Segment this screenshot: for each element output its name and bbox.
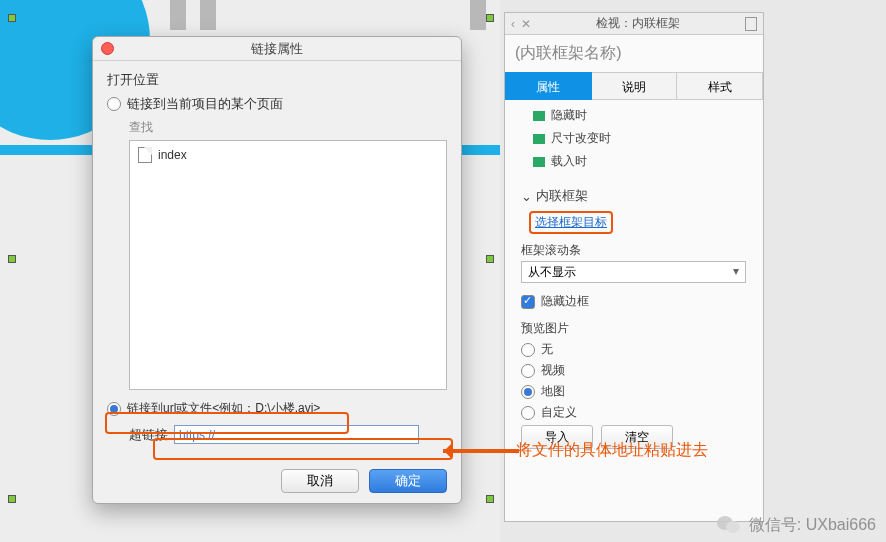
chevron-down-icon: ⌄	[521, 189, 532, 204]
radio-preview-none[interactable]: 无	[521, 341, 751, 358]
radio-label: 链接到url或文件<例如：D:\小楼.avi>	[127, 400, 320, 417]
inspector-subtitle: (内联框架名称)	[505, 35, 763, 72]
radio-label: 视频	[541, 362, 565, 379]
radio-link-current-project[interactable]: 链接到当前项目的某个页面	[107, 95, 447, 113]
event-icon	[533, 134, 545, 144]
hyperlink-input[interactable]	[174, 425, 419, 444]
radio-icon	[107, 402, 121, 416]
selection-handle[interactable]	[8, 255, 16, 263]
radio-label: 地图	[541, 383, 565, 400]
dialog-title: 链接属性	[251, 41, 303, 56]
event-load[interactable]: 载入时	[517, 150, 751, 173]
radio-icon	[521, 385, 535, 399]
dialog-titlebar[interactable]: 链接属性	[93, 37, 461, 61]
tab-stub	[200, 0, 216, 30]
inspector-header: ‹ ✕ 检视：内联框架	[505, 13, 763, 35]
tab-style[interactable]: 样式	[677, 72, 763, 100]
list-item[interactable]: index	[134, 145, 442, 165]
hide-border-checkbox[interactable]: 隐藏边框	[521, 293, 747, 310]
checkbox-icon	[521, 295, 535, 309]
watermark: 微信号: UXbai666	[717, 514, 876, 536]
hyperlink-label: 超链接	[129, 426, 168, 444]
selection-handle[interactable]	[8, 495, 16, 503]
open-location-label: 打开位置	[107, 71, 447, 89]
selection-handle[interactable]	[486, 495, 494, 503]
event-hidden[interactable]: 隐藏时	[517, 104, 751, 127]
radio-link-url-file[interactable]: 链接到url或文件<例如：D:\小楼.avi>	[107, 400, 447, 417]
event-label: 隐藏时	[551, 107, 587, 124]
ok-button[interactable]: 确定	[369, 469, 447, 493]
document-icon[interactable]	[745, 17, 757, 31]
radio-icon	[521, 343, 535, 357]
dialog-body: 打开位置 链接到当前项目的某个页面 查找 index 链接到url或文件<例如：…	[93, 61, 461, 452]
inspector-title: 检视：内联框架	[596, 15, 680, 32]
event-label: 尺寸改变时	[551, 130, 611, 147]
close-panel-icon[interactable]: ✕	[521, 17, 531, 31]
event-label: 载入时	[551, 153, 587, 170]
back-icon[interactable]: ‹	[511, 17, 515, 31]
tab-stub	[170, 0, 186, 30]
selection-handle[interactable]	[486, 14, 494, 22]
checkbox-label: 隐藏边框	[541, 293, 589, 310]
link-properties-dialog: 链接属性 打开位置 链接到当前项目的某个页面 查找 index 链接到url或文…	[92, 36, 462, 504]
radio-icon	[521, 364, 535, 378]
event-icon	[533, 157, 545, 167]
close-icon[interactable]	[101, 42, 114, 55]
select-frame-target-link[interactable]: 选择框架目标	[535, 214, 607, 231]
cancel-button[interactable]: 取消	[281, 469, 359, 493]
event-icon	[533, 111, 545, 121]
radio-preview-map[interactable]: 地图	[521, 383, 751, 400]
search-label: 查找	[129, 119, 447, 136]
group-label: 内联框架	[536, 187, 588, 205]
properties-body: 隐藏时 尺寸改变时 载入时 ⌄内联框架 选择框架目标 框架滚动条 从不显示 隐藏…	[505, 100, 763, 453]
scrollbar-select[interactable]: 从不显示	[521, 261, 746, 283]
radio-preview-custom[interactable]: 自定义	[521, 404, 751, 421]
file-icon	[138, 147, 152, 163]
radio-icon	[521, 406, 535, 420]
annotation-arrow	[443, 449, 519, 453]
annotation-highlight: 选择框架目标	[529, 211, 613, 234]
tab-properties[interactable]: 属性	[505, 72, 592, 100]
tab-stub	[470, 0, 486, 30]
selection-handle[interactable]	[8, 14, 16, 22]
selection-handle[interactable]	[486, 255, 494, 263]
radio-label: 自定义	[541, 404, 577, 421]
wechat-icon	[717, 514, 743, 536]
annotation-text: 将文件的具体地址粘贴进去	[516, 440, 708, 461]
radio-icon	[107, 97, 121, 111]
radio-preview-video[interactable]: 视频	[521, 362, 751, 379]
preview-label: 预览图片	[521, 320, 751, 337]
event-resize[interactable]: 尺寸改变时	[517, 127, 751, 150]
scrollbar-label: 框架滚动条	[521, 242, 751, 259]
radio-label: 链接到当前项目的某个页面	[127, 95, 283, 113]
inspector-tabs: 属性 说明 样式	[505, 72, 763, 100]
group-iframe[interactable]: ⌄内联框架	[517, 183, 751, 209]
radio-label: 无	[541, 341, 553, 358]
watermark-text: 微信号: UXbai666	[749, 515, 876, 536]
file-name: index	[158, 148, 187, 162]
tab-description[interactable]: 说明	[592, 72, 678, 100]
page-list[interactable]: index	[129, 140, 447, 390]
